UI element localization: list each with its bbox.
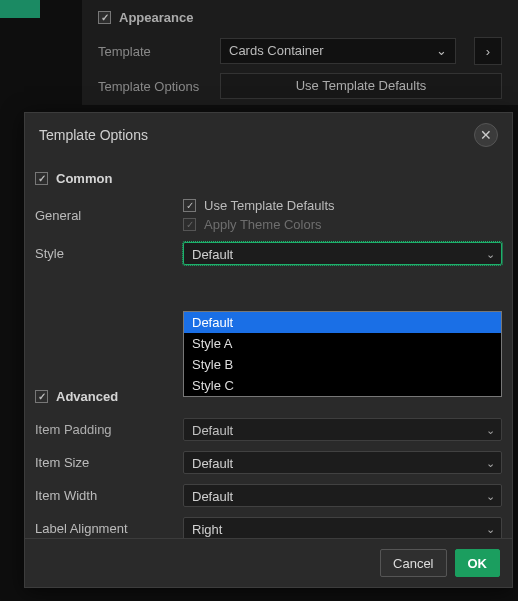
label-alignment-value: Right	[192, 522, 222, 537]
label-alignment-select[interactable]: Right ⌄	[183, 517, 502, 538]
use-template-defaults-checkbox[interactable]: Use Template Defaults	[183, 198, 502, 213]
checkbox-icon	[98, 11, 111, 24]
item-padding-value: Default	[192, 423, 233, 438]
dialog-body: Common General Use Template Defaults App…	[25, 157, 512, 538]
appearance-section-header: Appearance	[98, 10, 502, 25]
chevron-down-icon: ⌄	[486, 451, 495, 474]
checkbox-icon	[183, 199, 196, 212]
expand-icon	[35, 390, 48, 403]
advanced-label: Advanced	[56, 389, 118, 404]
item-size-label: Item Size	[35, 455, 183, 470]
style-row: Style Default ⌄	[35, 242, 502, 265]
style-option-c[interactable]: Style C	[184, 375, 501, 396]
item-width-select[interactable]: Default ⌄	[183, 484, 502, 507]
advanced-block: Advanced Item Padding Default ⌄ Item Siz…	[35, 389, 502, 538]
background-appearance-panel: Appearance Template Cards Container ⌄ › …	[82, 0, 518, 105]
item-width-value: Default	[192, 489, 233, 504]
style-dropdown: Default Style A Style B Style C	[183, 311, 502, 397]
apply-theme-colors-checkbox: Apply Theme Colors	[183, 217, 502, 232]
chevron-right-icon: ›	[486, 44, 490, 59]
general-row: General Use Template Defaults Apply Them…	[35, 198, 502, 232]
chevron-down-icon: ⌄	[486, 484, 495, 507]
item-width-row: Item Width Default ⌄	[35, 484, 502, 507]
dialog-header: Template Options ✕	[25, 113, 512, 157]
style-option-b[interactable]: Style B	[184, 354, 501, 375]
template-options-label: Template Options	[98, 79, 208, 94]
use-template-defaults-label: Use Template Defaults	[204, 198, 335, 213]
chevron-down-icon: ⌄	[486, 242, 495, 265]
item-padding-row: Item Padding Default ⌄	[35, 418, 502, 441]
expand-icon	[35, 172, 48, 185]
dialog-footer: Cancel OK	[25, 538, 512, 587]
template-options-value: Use Template Defaults	[296, 78, 427, 93]
style-label: Style	[35, 246, 183, 261]
template-options-button[interactable]: Use Template Defaults	[220, 73, 502, 99]
chevron-down-icon: ⌄	[486, 418, 495, 441]
template-select-value: Cards Container	[229, 43, 324, 58]
close-button[interactable]: ✕	[474, 123, 498, 147]
style-select-value: Default	[192, 247, 233, 262]
apply-theme-colors-label: Apply Theme Colors	[204, 217, 322, 232]
template-label: Template	[98, 44, 208, 59]
template-more-button[interactable]: ›	[474, 37, 502, 65]
close-icon: ✕	[480, 127, 492, 143]
template-options-dialog: Template Options ✕ Common General Use Te…	[24, 112, 513, 588]
item-size-select[interactable]: Default ⌄	[183, 451, 502, 474]
style-option-a[interactable]: Style A	[184, 333, 501, 354]
item-size-row: Item Size Default ⌄	[35, 451, 502, 474]
dialog-title: Template Options	[39, 127, 148, 143]
label-alignment-row: Label Alignment Right ⌄	[35, 517, 502, 538]
cancel-button[interactable]: Cancel	[380, 549, 446, 577]
common-section-header[interactable]: Common	[35, 171, 502, 186]
common-label: Common	[56, 171, 112, 186]
template-select[interactable]: Cards Container ⌄	[220, 38, 456, 64]
chevron-down-icon: ⌄	[486, 517, 495, 538]
chevron-down-icon: ⌄	[436, 39, 447, 63]
general-label: General	[35, 208, 183, 223]
bg-accent	[0, 0, 40, 18]
item-padding-label: Item Padding	[35, 422, 183, 437]
label-alignment-label: Label Alignment	[35, 521, 183, 536]
appearance-label: Appearance	[119, 10, 193, 25]
checkbox-icon	[183, 218, 196, 231]
item-size-value: Default	[192, 456, 233, 471]
style-select[interactable]: Default ⌄	[183, 242, 502, 265]
style-option-default[interactable]: Default	[184, 312, 501, 333]
item-padding-select[interactable]: Default ⌄	[183, 418, 502, 441]
item-width-label: Item Width	[35, 488, 183, 503]
ok-button[interactable]: OK	[455, 549, 501, 577]
